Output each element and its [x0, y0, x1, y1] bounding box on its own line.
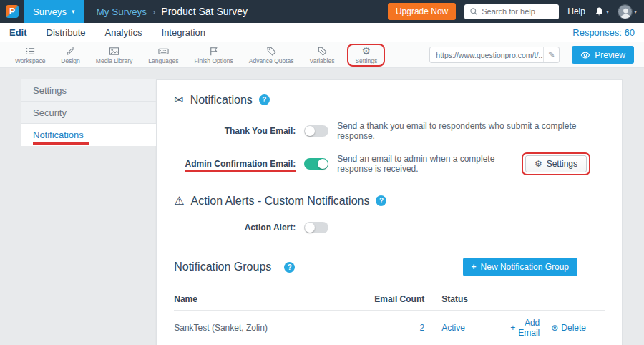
- group-email-count-link[interactable]: 2: [420, 323, 425, 333]
- topbar: P Surveys ▾ My Surveys › Product Sat Sur…: [0, 0, 644, 23]
- toolbar-item-variables[interactable]: Variables: [305, 46, 340, 64]
- questionpro-logo[interactable]: P: [6, 5, 19, 18]
- finish-options-icon: [208, 46, 219, 57]
- thank-you-email-description: Send a thank you email to respondents wh…: [337, 121, 605, 141]
- group-status[interactable]: Active: [441, 323, 465, 333]
- plus-icon: +: [510, 323, 515, 333]
- sidebar-item-label: Settings: [33, 85, 67, 96]
- table-header-row: Name Email Count Status: [174, 288, 605, 311]
- group-name: SankTest (Sanket, Zolin): [174, 323, 360, 333]
- languages-icon: [158, 46, 169, 57]
- header-status: Status: [424, 294, 510, 304]
- envelope-icon: ✉: [174, 93, 183, 107]
- workspace-icon: [25, 46, 36, 57]
- toolbar-item-settings[interactable]: ⚙ Settings: [352, 46, 380, 64]
- tab-edit[interactable]: Edit: [9, 27, 27, 38]
- warning-icon: ⚠: [174, 194, 184, 208]
- responses-count[interactable]: Responses: 60: [572, 27, 635, 38]
- sidebar-item-notifications[interactable]: Notifications: [21, 124, 156, 146]
- search-input[interactable]: [482, 7, 554, 16]
- help-icon[interactable]: ?: [376, 195, 386, 206]
- notifications-panel: ✉ Notifications ? Thank You Email: Send …: [156, 79, 623, 345]
- admin-confirmation-email-description: Send an email to admin when a complete r…: [337, 154, 522, 174]
- table-row: SankTest (Sanket, Zolin) 2 Active + Add …: [174, 311, 605, 345]
- delete-link[interactable]: ⊗ Delete: [551, 318, 586, 338]
- toolbar-item-label: Media Library: [96, 57, 133, 64]
- toolbar-item-label: Variables: [310, 57, 335, 64]
- edit-toolbar: Workspace Design Media Library Languages…: [0, 42, 644, 68]
- chevron-down-icon: ▾: [72, 8, 75, 15]
- notification-groups-header: Notification Groups ? + New Notification…: [174, 258, 605, 276]
- toolbar-item-label: Advance Quotas: [249, 57, 294, 64]
- toolbar-item-label: Languages: [148, 57, 178, 64]
- admin-confirmation-email-toggle[interactable]: [304, 158, 328, 170]
- admin-confirmation-email-label: Admin Confirmation Email:: [174, 159, 296, 169]
- gear-icon: ⚙: [535, 159, 542, 169]
- notifications-bell[interactable]: ▾: [594, 6, 609, 17]
- toolbar-item-finish-options[interactable]: Finish Options: [189, 46, 238, 64]
- action-alert-toggle[interactable]: [304, 222, 328, 233]
- add-email-link[interactable]: + Add Email: [510, 318, 540, 338]
- chevron-down-icon: ▾: [606, 9, 609, 15]
- section-title: Notifications: [190, 94, 253, 107]
- section-title: Action Alerts - Custom Notifications: [191, 195, 370, 208]
- new-group-button-label: New Notification Group: [481, 262, 569, 272]
- notification-groups-table: Name Email Count Status SankTest (Sanket…: [174, 288, 605, 345]
- admin-email-settings-button[interactable]: ⚙ Settings: [525, 155, 587, 172]
- help-link[interactable]: Help: [567, 6, 585, 16]
- toolbar-item-label: Settings: [355, 57, 377, 64]
- bell-icon: [594, 6, 605, 17]
- thank-you-email-toggle[interactable]: [304, 125, 328, 137]
- toggle-knob: [305, 126, 315, 136]
- help-icon[interactable]: ?: [284, 262, 295, 273]
- sidebar-item-security[interactable]: Security: [21, 102, 156, 124]
- toolbar-item-languages[interactable]: Languages: [143, 46, 183, 64]
- annotation-settings-button: ⚙ Settings: [522, 152, 590, 175]
- plus-icon: +: [472, 262, 477, 272]
- tab-distribute[interactable]: Distribute: [47, 27, 86, 38]
- page-title: Product Sat Survey: [161, 6, 248, 17]
- toolbar-item-workspace[interactable]: Workspace: [10, 46, 50, 64]
- page: P Surveys ▾ My Surveys › Product Sat Sur…: [0, 0, 644, 345]
- sidebar-item-label: Notifications: [33, 130, 84, 140]
- toolbar-item-media-library[interactable]: Media Library: [91, 46, 138, 64]
- help-icon[interactable]: ?: [259, 94, 270, 105]
- toolbar-item-label: Workspace: [15, 57, 45, 64]
- variables-icon: [317, 46, 328, 57]
- content-area: Settings Security Notifications ✉ Notifi…: [0, 68, 644, 345]
- delete-icon: ⊗: [551, 323, 558, 333]
- avatar: [618, 4, 633, 19]
- row-actions: + Add Email ⊗ Delete: [510, 318, 605, 338]
- tab-analytics[interactable]: Analytics: [104, 27, 142, 38]
- tab-integration[interactable]: Integration: [162, 27, 205, 38]
- breadcrumb-my-surveys[interactable]: My Surveys: [97, 6, 147, 17]
- new-notification-group-button[interactable]: + New Notification Group: [463, 258, 577, 276]
- annotation-settings-toolbar: ⚙ Settings: [347, 44, 385, 67]
- sidebar-item-settings[interactable]: Settings: [21, 79, 156, 102]
- admin-confirmation-email-row: Admin Confirmation Email: Send an email …: [174, 152, 605, 175]
- action-alert-row: Action Alert:: [174, 219, 605, 236]
- preview-button[interactable]: Preview: [572, 46, 634, 64]
- topbar-right: Upgrade Now Help ▾ ▾: [388, 3, 637, 20]
- help-search[interactable]: [464, 4, 559, 19]
- edit-url-pencil-icon[interactable]: ✎: [543, 47, 559, 62]
- survey-url-box[interactable]: https://www.questionpro.com/t/... ✎: [429, 47, 560, 63]
- section-title: Notification Groups: [174, 261, 271, 273]
- header-name: Name: [174, 294, 360, 304]
- toggle-knob: [318, 159, 328, 169]
- sidebar-item-label: Security: [33, 107, 67, 118]
- settings-gear-icon: ⚙: [362, 46, 371, 57]
- chevron-down-icon: ▾: [634, 9, 637, 15]
- surveys-dropdown[interactable]: Surveys ▾: [24, 0, 84, 23]
- survey-url: https://www.questionpro.com/t/...: [430, 51, 543, 59]
- surveys-dropdown-label: Surveys: [33, 6, 67, 17]
- design-icon: [65, 46, 76, 57]
- toolbar-item-advance-quotas[interactable]: Advance Quotas: [244, 46, 299, 64]
- action-alerts-section-header: ⚠ Action Alerts - Custom Notifications ?: [174, 194, 605, 208]
- upgrade-now-button[interactable]: Upgrade Now: [388, 3, 456, 20]
- toolbar-item-design[interactable]: Design: [56, 46, 84, 64]
- account-menu[interactable]: ▾: [618, 4, 637, 19]
- toolbar-item-label: Design: [61, 57, 79, 64]
- survey-navbar: Edit Distribute Analytics Integration Re…: [0, 23, 644, 42]
- thank-you-email-label: Thank You Email:: [174, 126, 296, 136]
